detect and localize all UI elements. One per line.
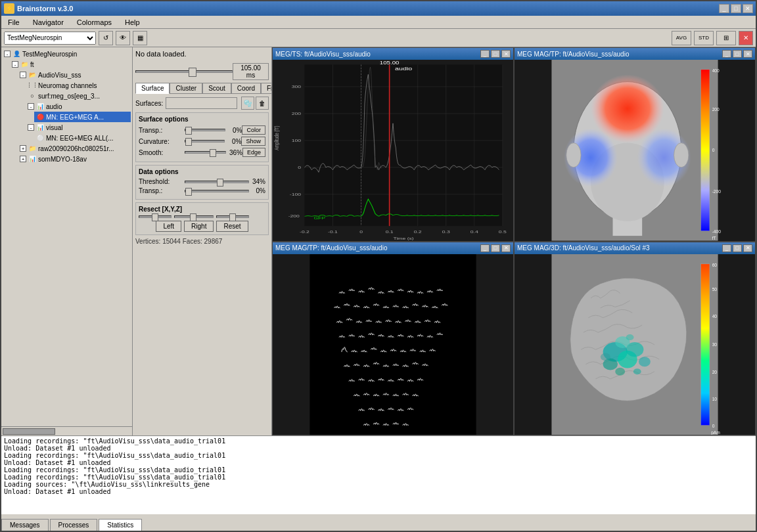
surface-options: Surface options Transp.: 0% Color Curvat…: [135, 112, 269, 162]
toolbar-btn-1[interactable]: ↺: [99, 31, 113, 45]
topo-min-btn[interactable]: _: [722, 50, 731, 58]
tree-item-surf[interactable]: ○ surf:meg_os[eeg_3...: [26, 91, 131, 101]
tab-cluster[interactable]: Cluster: [170, 83, 202, 94]
resect-buttons: Left Right Reset: [139, 221, 265, 232]
tree-item-raw[interactable]: + 📁 raw20090206hc080251r...: [18, 143, 131, 154]
close-btn[interactable]: ✕: [743, 4, 753, 13]
data-options-title: Data options: [139, 168, 265, 175]
meg-channels-titlebar: MEG MAG/TP: ft/AudioVisu_sss/audio _ □ ✕: [273, 242, 513, 254]
brain-max-btn[interactable]: □: [733, 244, 742, 252]
meg-topo-content: 400 200 0 -200 -400 fT: [515, 60, 755, 241]
color-button[interactable]: Color: [242, 125, 265, 135]
svg-text:0.4: 0.4: [470, 230, 478, 234]
surface-remove-btn[interactable]: 🗑: [256, 97, 269, 110]
resect-left-btn[interactable]: Left: [156, 221, 181, 232]
svg-text:audio: audio: [395, 66, 412, 72]
menu-colormaps[interactable]: Colormaps: [73, 17, 116, 28]
svg-text:0: 0: [712, 424, 715, 428]
tree-item-somdyo[interactable]: + 📊 somMDYO-18av: [18, 154, 131, 164]
tab-surface[interactable]: Surface: [135, 83, 170, 94]
resect-reset-btn[interactable]: Reset: [216, 221, 248, 232]
topo-max-btn[interactable]: □: [733, 50, 742, 58]
topo-close-btn[interactable]: ✕: [743, 50, 752, 58]
toolbar-std-btn[interactable]: STD: [694, 31, 714, 45]
svg-text:-200: -200: [712, 189, 722, 194]
menu-file[interactable]: File: [4, 17, 24, 28]
menu-help[interactable]: Help: [121, 17, 144, 28]
show-button[interactable]: Show: [241, 137, 265, 146]
expand-icon-ft[interactable]: -: [12, 61, 18, 68]
ts-min-btn[interactable]: _: [480, 50, 490, 58]
brain-min-btn[interactable]: _: [722, 244, 731, 252]
svg-text:-0.1: -0.1: [328, 230, 338, 234]
timeseries-chart: 300 200 100 0 -100 -200 Amplitude (fT) -…: [273, 60, 513, 241]
ch-min-btn[interactable]: _: [480, 244, 490, 252]
ch-close-btn[interactable]: ✕: [501, 244, 511, 252]
svg-text:-400: -400: [712, 229, 722, 234]
tree-item-visual[interactable]: - 📊 visual: [26, 122, 131, 133]
ts-max-btn[interactable]: □: [491, 50, 500, 58]
resect-section: Resect [X,Y,Z] Left Right Reset: [135, 202, 269, 235]
brain-3d-titlebar: MEG MAG/3D: ft/AudioVisu_sss/audio/Sol #…: [515, 242, 755, 254]
ch-max-btn[interactable]: □: [491, 244, 500, 252]
tab-filter[interactable]: Filter: [261, 83, 272, 94]
app-icon: ⚡: [4, 3, 14, 14]
minimize-btn[interactable]: _: [719, 4, 729, 13]
svg-text:Time (s): Time (s): [394, 236, 414, 240]
surface-add-btn[interactable]: 🫧: [241, 97, 254, 110]
tree-item-subject[interactable]: - 👤 TestMegNeurospin: [3, 49, 131, 59]
tree-label-ft: ft: [30, 61, 34, 68]
tree-item-ft[interactable]: - 📁 ft: [11, 59, 131, 70]
status-tab-statistics[interactable]: Statistics: [99, 519, 142, 531]
surfaces-label: Surfaces:: [135, 100, 163, 107]
toolbar-close-btn[interactable]: ✕: [739, 31, 753, 45]
expand-icon-audio[interactable]: -: [28, 103, 34, 110]
status-tab-processes[interactable]: Processes: [50, 519, 98, 531]
expand-icon-audiovisu[interactable]: -: [20, 72, 26, 78]
toolbar-avg-btn[interactable]: AVG: [672, 31, 691, 45]
vertices-info: Vertices: 15044 Faces: 29867: [135, 238, 269, 245]
edge-button[interactable]: Edge: [242, 148, 265, 157]
status-tab-messages[interactable]: Messages: [1, 519, 49, 531]
brain-close-btn[interactable]: ✕: [743, 244, 752, 252]
tree-label-audiovisu: AudioVisu_sss: [38, 72, 81, 79]
maximize-btn[interactable]: □: [731, 4, 741, 13]
data-transp-value: 0%: [249, 187, 265, 194]
resect-right-btn[interactable]: Right: [184, 221, 214, 232]
svg-text:0: 0: [298, 165, 301, 169]
surface-options-title: Surface options: [139, 116, 265, 123]
content-row: - 👤 TestMegNeurospin - 📁 ft - 📂 AudioVis…: [1, 47, 756, 435]
tab-coord[interactable]: Coord: [231, 83, 261, 94]
menu-navigator[interactable]: Navigator: [29, 17, 68, 28]
tree-item-audiovisu[interactable]: - 📂 AudioVisu_sss: [18, 70, 131, 80]
subject-selector[interactable]: TestMegNeurospin: [4, 32, 96, 45]
tree-item-mn-audio[interactable]: 🔴 MN: EEG+MEG A...: [34, 112, 131, 122]
transp-value: 0%: [225, 127, 242, 134]
meg-channels-content: [273, 254, 513, 435]
tree-label-visual: visual: [46, 124, 63, 131]
ts-panel-titlebar: MEG/TS: ft/AudioVisu_sss/audio _ □ ✕: [273, 48, 513, 60]
svg-text:-100: -100: [290, 192, 301, 196]
svg-text:100: 100: [292, 138, 301, 143]
window-controls: _ □ ✕: [719, 4, 753, 13]
data-icon-somdyo: 📊: [28, 154, 37, 164]
tab-scout[interactable]: Scout: [202, 83, 231, 94]
toolbar-layout-btn[interactable]: ⊞: [716, 31, 736, 45]
tree-item-audio[interactable]: - 📊 audio: [26, 101, 131, 112]
log-section: Loading recordings: "ft\AudioVisu_sss\da…: [1, 435, 756, 514]
tree-label-surf: surf:meg_os[eeg_3...: [38, 93, 100, 100]
toolbar-btn-2[interactable]: 👁: [116, 31, 130, 45]
tree-item-neuromag[interactable]: ⋮⋮ Neuromag channels: [26, 80, 131, 91]
expand-icon-visual[interactable]: -: [28, 124, 34, 131]
meg-topo-panel: MEG MAG/TP: ft/AudioVisu_sss/audio _ □ ✕: [514, 47, 756, 242]
horizontal-scrollbar[interactable]: [1, 426, 132, 435]
svg-rect-1: [304, 64, 502, 226]
ts-close-btn[interactable]: ✕: [501, 50, 511, 58]
toolbar-btn-3[interactable]: ▦: [133, 31, 147, 45]
tree-item-mn-visual[interactable]: ⚪ MN: EEG+MEG ALL(...: [34, 133, 131, 143]
surface-icon: ○: [28, 91, 37, 100]
expand-icon-somdyo[interactable]: +: [20, 156, 26, 162]
topomap-svg: 400 200 0 -200 -400 fT: [515, 60, 755, 241]
expand-icon-subject[interactable]: -: [4, 51, 11, 57]
expand-icon-raw[interactable]: +: [20, 145, 26, 152]
